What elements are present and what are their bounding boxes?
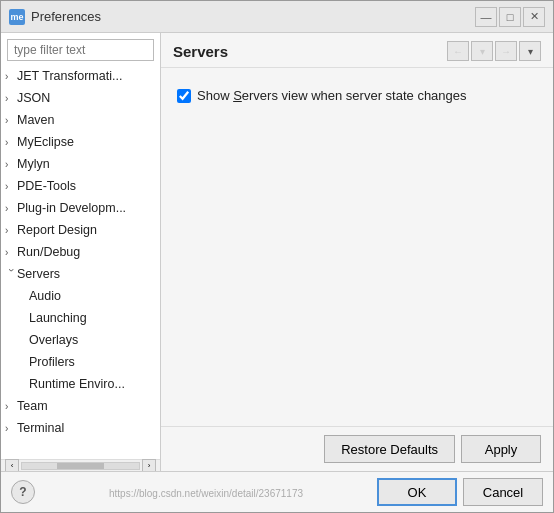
scroll-right-btn[interactable]: › <box>142 459 156 472</box>
sidebar-item-pde-tools[interactable]: › PDE-Tools <box>1 175 160 197</box>
sidebar-item-run-debug[interactable]: › Run/Debug <box>1 241 160 263</box>
preferences-window: me Preferences — □ ✕ › JET Transformati.… <box>0 0 554 513</box>
maximize-button[interactable]: □ <box>499 7 521 27</box>
sidebar-item-myeclipse[interactable]: › MyEclipse <box>1 131 160 153</box>
sidebar-item-label-json: JSON <box>17 91 50 105</box>
sidebar-item-overlays[interactable]: Overlays <box>1 329 160 351</box>
show-servers-label: Show Servers view when server state chan… <box>197 88 467 103</box>
url-hint: https://blog.csdn.net/weixin/detail/2367… <box>109 488 303 501</box>
scroll-left-btn[interactable]: ‹ <box>5 459 19 472</box>
show-servers-checkbox[interactable] <box>177 89 191 103</box>
expand-arrow-terminal: › <box>5 423 17 434</box>
expand-arrow-mylyn: › <box>5 159 17 170</box>
tree: › JET Transformati... › JSON › Maven › M… <box>1 65 160 459</box>
nav-menu-button[interactable]: ▾ <box>519 41 541 61</box>
sidebar-item-label-report: Report Design <box>17 223 97 237</box>
bottom-buttons: Restore Defaults Apply <box>161 426 553 471</box>
sidebar-item-label-jet: JET Transformati... <box>17 69 122 83</box>
app-icon: me <box>9 9 25 25</box>
filter-input[interactable] <box>7 39 154 61</box>
sidebar-item-label-profilers: Profilers <box>29 355 75 369</box>
expand-arrow-run: › <box>5 247 17 258</box>
dialog-buttons: ? https://blog.csdn.net/weixin/detail/23… <box>1 471 553 512</box>
sidebar-item-audio[interactable]: Audio <box>1 285 160 307</box>
sidebar-item-plugin-dev[interactable]: › Plug-in Developm... <box>1 197 160 219</box>
sidebar-item-label-launching: Launching <box>29 311 87 325</box>
sidebar-item-label-myeclipse: MyEclipse <box>17 135 74 149</box>
expand-arrow-jet: › <box>5 71 17 82</box>
ok-button[interactable]: OK <box>377 478 457 506</box>
sidebar-item-label-pde: PDE-Tools <box>17 179 76 193</box>
expand-arrow-team: › <box>5 401 17 412</box>
main-content: › JET Transformati... › JSON › Maven › M… <box>1 33 553 471</box>
sidebar-item-mylyn[interactable]: › Mylyn <box>1 153 160 175</box>
nav-down-button[interactable]: ▾ <box>471 41 493 61</box>
sidebar-item-label-overlays: Overlays <box>29 333 78 347</box>
title-bar: me Preferences — □ ✕ <box>1 1 553 33</box>
window-title: Preferences <box>31 9 475 24</box>
show-servers-view-row: Show Servers view when server state chan… <box>177 88 537 103</box>
panel-header: Servers ← ▾ → ▾ <box>161 33 553 68</box>
nav-back-button[interactable]: ← <box>447 41 469 61</box>
sidebar-item-label-mylyn: Mylyn <box>17 157 50 171</box>
help-button[interactable]: ? <box>11 480 35 504</box>
sidebar-item-report-design[interactable]: › Report Design <box>1 219 160 241</box>
sidebar-item-label-servers: Servers <box>17 267 60 281</box>
apply-button[interactable]: Apply <box>461 435 541 463</box>
sidebar-item-label-maven: Maven <box>17 113 55 127</box>
dialog-right-buttons: OK Cancel <box>377 478 543 506</box>
expand-arrow-myeclipse: › <box>5 137 17 148</box>
sidebar-item-label-audio: Audio <box>29 289 61 303</box>
nav-forward-button[interactable]: → <box>495 41 517 61</box>
expand-arrow-plugin: › <box>5 203 17 214</box>
sidebar-item-label-run: Run/Debug <box>17 245 80 259</box>
right-panel: Servers ← ▾ → ▾ Show Servers view when s… <box>161 33 553 471</box>
sidebar-item-json[interactable]: › JSON <box>1 87 160 109</box>
sidebar-item-label-terminal: Terminal <box>17 421 64 435</box>
expand-arrow-maven: › <box>5 115 17 126</box>
sidebar-item-jet[interactable]: › JET Transformati... <box>1 65 160 87</box>
horizontal-scrollbar[interactable]: ‹ › <box>1 459 160 471</box>
scroll-thumb <box>57 463 104 469</box>
expand-arrow-report: › <box>5 225 17 236</box>
sidebar: › JET Transformati... › JSON › Maven › M… <box>1 33 161 471</box>
sidebar-item-maven[interactable]: › Maven <box>1 109 160 131</box>
sidebar-item-label-runtime: Runtime Enviro... <box>29 377 125 391</box>
sidebar-item-terminal[interactable]: › Terminal <box>1 417 160 439</box>
sidebar-item-runtime-env[interactable]: Runtime Enviro... <box>1 373 160 395</box>
restore-defaults-button[interactable]: Restore Defaults <box>324 435 455 463</box>
sidebar-item-label-plugin: Plug-in Developm... <box>17 201 126 215</box>
panel-title: Servers <box>173 43 228 60</box>
sidebar-item-servers[interactable]: › Servers <box>1 263 160 285</box>
close-button[interactable]: ✕ <box>523 7 545 27</box>
sidebar-item-launching[interactable]: Launching <box>1 307 160 329</box>
panel-body: Show Servers view when server state chan… <box>161 68 553 426</box>
sidebar-item-profilers[interactable]: Profilers <box>1 351 160 373</box>
sidebar-item-team[interactable]: › Team <box>1 395 160 417</box>
underline-s: S <box>233 88 242 103</box>
scroll-track[interactable] <box>21 462 140 470</box>
minimize-button[interactable]: — <box>475 7 497 27</box>
expand-arrow-pde: › <box>5 181 17 192</box>
panel-nav: ← ▾ → ▾ <box>447 41 541 61</box>
window-controls: — □ ✕ <box>475 7 545 27</box>
expand-arrow-servers: › <box>6 268 17 280</box>
expand-arrow-json: › <box>5 93 17 104</box>
cancel-button[interactable]: Cancel <box>463 478 543 506</box>
sidebar-item-label-team: Team <box>17 399 48 413</box>
